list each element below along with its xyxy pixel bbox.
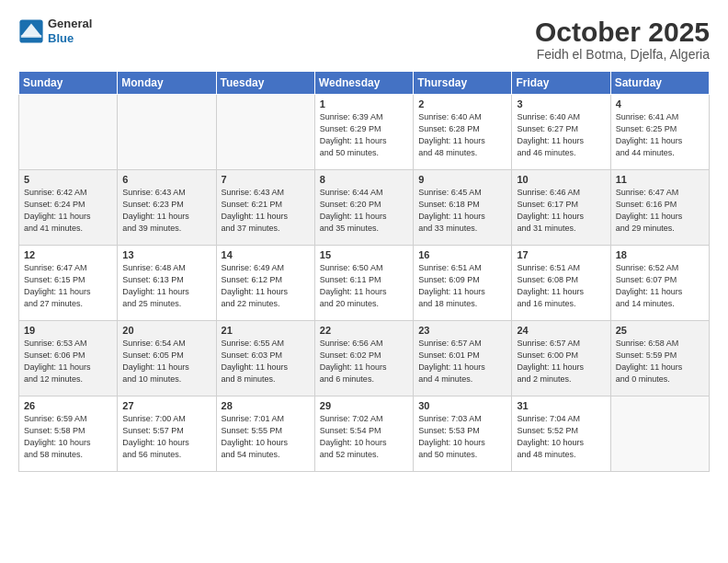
- day-number: 31: [517, 400, 605, 411]
- day-info: Sunrise: 6:57 AM Sunset: 6:00 PM Dayligh…: [517, 338, 605, 385]
- header-saturday: Saturday: [610, 72, 709, 95]
- calendar-cell: 24Sunrise: 6:57 AM Sunset: 6:00 PM Dayli…: [512, 321, 610, 396]
- calendar-cell: 9Sunrise: 6:45 AM Sunset: 6:18 PM Daylig…: [414, 170, 512, 246]
- logo: General Blue: [18, 17, 92, 45]
- header-friday: Friday: [512, 72, 610, 95]
- calendar-week-2: 12Sunrise: 6:47 AM Sunset: 6:15 PM Dayli…: [19, 246, 710, 321]
- day-number: 26: [24, 400, 112, 411]
- calendar-cell: 23Sunrise: 6:57 AM Sunset: 6:01 PM Dayli…: [414, 321, 512, 396]
- day-number: 23: [418, 325, 506, 336]
- day-number: 16: [418, 249, 506, 260]
- day-number: 20: [122, 325, 210, 336]
- day-number: 27: [122, 400, 210, 411]
- day-number: 1: [320, 98, 408, 109]
- day-number: 6: [122, 174, 210, 185]
- day-number: 5: [24, 174, 112, 185]
- header-thursday: Thursday: [414, 72, 512, 95]
- calendar-cell: [19, 95, 118, 170]
- day-number: 28: [222, 400, 310, 411]
- day-info: Sunrise: 6:41 AM Sunset: 6:25 PM Dayligh…: [616, 111, 704, 159]
- calendar-table: Sunday Monday Tuesday Wednesday Thursday…: [18, 71, 710, 472]
- calendar-cell: 16Sunrise: 6:51 AM Sunset: 6:09 PM Dayli…: [414, 246, 512, 321]
- header-sunday: Sunday: [19, 72, 118, 95]
- calendar-cell: 27Sunrise: 7:00 AM Sunset: 5:57 PM Dayli…: [118, 396, 216, 472]
- calendar-cell: 1Sunrise: 6:39 AM Sunset: 6:29 PM Daylig…: [314, 95, 413, 170]
- calendar-week-3: 19Sunrise: 6:53 AM Sunset: 6:06 PM Dayli…: [19, 321, 710, 396]
- day-number: 24: [517, 325, 605, 336]
- day-info: Sunrise: 6:45 AM Sunset: 6:18 PM Dayligh…: [418, 187, 506, 235]
- day-number: 2: [418, 98, 506, 109]
- header: General Blue October 2025 Feidh el Botma…: [18, 17, 710, 62]
- day-info: Sunrise: 6:48 AM Sunset: 6:13 PM Dayligh…: [122, 262, 210, 310]
- calendar-week-4: 26Sunrise: 6:59 AM Sunset: 5:58 PM Dayli…: [19, 396, 710, 472]
- day-number: 10: [517, 174, 605, 185]
- day-info: Sunrise: 6:56 AM Sunset: 6:02 PM Dayligh…: [320, 338, 408, 385]
- day-info: Sunrise: 6:55 AM Sunset: 6:03 PM Dayligh…: [222, 338, 310, 385]
- day-number: 14: [222, 249, 310, 260]
- day-info: Sunrise: 6:40 AM Sunset: 6:28 PM Dayligh…: [418, 111, 506, 159]
- day-info: Sunrise: 6:47 AM Sunset: 6:16 PM Dayligh…: [616, 187, 704, 235]
- calendar-cell: 3Sunrise: 6:40 AM Sunset: 6:27 PM Daylig…: [512, 95, 610, 170]
- calendar-cell: 31Sunrise: 7:04 AM Sunset: 5:52 PM Dayli…: [512, 396, 610, 472]
- day-info: Sunrise: 6:49 AM Sunset: 6:12 PM Dayligh…: [222, 262, 310, 310]
- day-info: Sunrise: 6:43 AM Sunset: 6:23 PM Dayligh…: [122, 187, 210, 235]
- day-info: Sunrise: 6:43 AM Sunset: 6:21 PM Dayligh…: [222, 187, 310, 235]
- calendar-week-0: 1Sunrise: 6:39 AM Sunset: 6:29 PM Daylig…: [19, 95, 710, 170]
- day-number: 17: [517, 249, 605, 260]
- day-number: 29: [320, 400, 408, 411]
- day-number: 25: [616, 325, 704, 336]
- day-info: Sunrise: 6:58 AM Sunset: 5:59 PM Dayligh…: [616, 338, 704, 385]
- calendar-cell: 29Sunrise: 7:02 AM Sunset: 5:54 PM Dayli…: [314, 396, 413, 472]
- day-info: Sunrise: 6:39 AM Sunset: 6:29 PM Dayligh…: [320, 111, 408, 159]
- calendar-cell: 14Sunrise: 6:49 AM Sunset: 6:12 PM Dayli…: [216, 246, 314, 321]
- calendar-cell: 5Sunrise: 6:42 AM Sunset: 6:24 PM Daylig…: [19, 170, 118, 246]
- day-info: Sunrise: 6:44 AM Sunset: 6:20 PM Dayligh…: [320, 187, 408, 235]
- day-number: 3: [517, 98, 605, 109]
- logo-general: General: [48, 17, 92, 31]
- title-block: October 2025 Feidh el Botma, Djelfa, Alg…: [535, 17, 710, 62]
- day-number: 15: [320, 249, 408, 260]
- calendar-cell: 19Sunrise: 6:53 AM Sunset: 6:06 PM Dayli…: [19, 321, 118, 396]
- calendar-cell: 7Sunrise: 6:43 AM Sunset: 6:21 PM Daylig…: [216, 170, 314, 246]
- day-info: Sunrise: 6:53 AM Sunset: 6:06 PM Dayligh…: [24, 338, 112, 385]
- calendar-cell: 26Sunrise: 6:59 AM Sunset: 5:58 PM Dayli…: [19, 396, 118, 472]
- day-number: 7: [222, 174, 310, 185]
- calendar-cell: 12Sunrise: 6:47 AM Sunset: 6:15 PM Dayli…: [19, 246, 118, 321]
- calendar-cell: [216, 95, 314, 170]
- day-info: Sunrise: 6:57 AM Sunset: 6:01 PM Dayligh…: [418, 338, 506, 385]
- calendar-cell: 4Sunrise: 6:41 AM Sunset: 6:25 PM Daylig…: [610, 95, 709, 170]
- calendar-cell: [118, 95, 216, 170]
- header-tuesday: Tuesday: [216, 72, 314, 95]
- calendar-cell: 10Sunrise: 6:46 AM Sunset: 6:17 PM Dayli…: [512, 170, 610, 246]
- calendar-cell: 18Sunrise: 6:52 AM Sunset: 6:07 PM Dayli…: [610, 246, 709, 321]
- calendar-cell: 6Sunrise: 6:43 AM Sunset: 6:23 PM Daylig…: [118, 170, 216, 246]
- logo-text: General Blue: [48, 17, 92, 45]
- logo-icon: [18, 18, 44, 44]
- day-number: 12: [24, 249, 112, 260]
- day-info: Sunrise: 6:54 AM Sunset: 6:05 PM Dayligh…: [122, 338, 210, 385]
- calendar-cell: 13Sunrise: 6:48 AM Sunset: 6:13 PM Dayli…: [118, 246, 216, 321]
- day-info: Sunrise: 6:50 AM Sunset: 6:11 PM Dayligh…: [320, 262, 408, 310]
- day-info: Sunrise: 6:51 AM Sunset: 6:08 PM Dayligh…: [517, 262, 605, 310]
- day-number: 9: [418, 174, 506, 185]
- calendar-cell: 25Sunrise: 6:58 AM Sunset: 5:59 PM Dayli…: [610, 321, 709, 396]
- header-monday: Monday: [118, 72, 216, 95]
- day-number: 18: [616, 249, 704, 260]
- weekday-header-row: Sunday Monday Tuesday Wednesday Thursday…: [19, 72, 710, 95]
- day-info: Sunrise: 6:52 AM Sunset: 6:07 PM Dayligh…: [616, 262, 704, 310]
- day-info: Sunrise: 6:42 AM Sunset: 6:24 PM Dayligh…: [24, 187, 112, 235]
- calendar-cell: 21Sunrise: 6:55 AM Sunset: 6:03 PM Dayli…: [216, 321, 314, 396]
- calendar-cell: 2Sunrise: 6:40 AM Sunset: 6:28 PM Daylig…: [414, 95, 512, 170]
- calendar-cell: 11Sunrise: 6:47 AM Sunset: 6:16 PM Dayli…: [610, 170, 709, 246]
- day-info: Sunrise: 6:59 AM Sunset: 5:58 PM Dayligh…: [24, 413, 112, 461]
- svg-rect-2: [21, 35, 41, 38]
- day-number: 21: [222, 325, 310, 336]
- day-number: 11: [616, 174, 704, 185]
- day-info: Sunrise: 6:46 AM Sunset: 6:17 PM Dayligh…: [517, 187, 605, 235]
- header-wednesday: Wednesday: [314, 72, 413, 95]
- day-number: 30: [418, 400, 506, 411]
- day-number: 19: [24, 325, 112, 336]
- day-number: 22: [320, 325, 408, 336]
- calendar-cell: 22Sunrise: 6:56 AM Sunset: 6:02 PM Dayli…: [314, 321, 413, 396]
- day-info: Sunrise: 6:47 AM Sunset: 6:15 PM Dayligh…: [24, 262, 112, 310]
